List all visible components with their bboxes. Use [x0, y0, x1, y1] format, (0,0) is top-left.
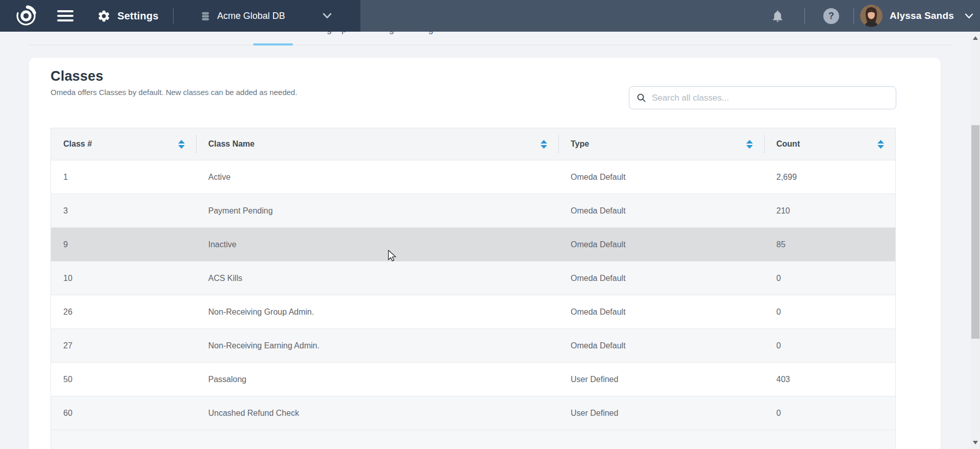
- cell-count: 0: [764, 308, 895, 317]
- database-selector[interactable]: Acme Global DB: [187, 11, 332, 21]
- column-label: Class Name: [208, 139, 255, 149]
- page-title: Classes: [51, 68, 941, 84]
- bell-icon[interactable]: [771, 9, 785, 23]
- cell-class-num: 10: [51, 274, 196, 283]
- classes-table: Class # Class Name Type: [51, 128, 896, 449]
- scroll-up-arrow[interactable]: [973, 36, 978, 40]
- cell-count: 210: [764, 206, 895, 216]
- cell-class-name: Payment Pending: [196, 206, 558, 216]
- nav-settings[interactable]: Settings: [97, 9, 159, 23]
- classes-card: Classes Omeda offers Classes by default.…: [29, 58, 941, 449]
- scrollbar-thumb[interactable]: [971, 125, 979, 339]
- column-label: Class #: [63, 139, 92, 149]
- cell-class-num: 9: [51, 240, 196, 249]
- cell-type: Omeda Default: [558, 274, 764, 283]
- column-label: Type: [571, 139, 589, 149]
- table-row[interactable]: 3Payment PendingOmeda Default210: [51, 194, 895, 227]
- cell-class-num: 3: [51, 206, 196, 216]
- tab-bar: g p g g: [0, 32, 980, 45]
- cell-class-num: 50: [51, 375, 196, 384]
- cell-class-name: Uncashed Refund Check: [196, 409, 558, 418]
- sort-arrows-icon[interactable]: [746, 140, 753, 149]
- table-row[interactable]: 10ACS KillsOmeda Default0: [51, 261, 895, 295]
- header-divider: [804, 8, 805, 24]
- table-row[interactable]: 27Non-Receiving Earning Admin.Omeda Defa…: [51, 328, 895, 362]
- table-row[interactable]: 9InactiveOmeda Default85: [51, 227, 895, 261]
- hamburger-menu-icon[interactable]: [57, 10, 74, 21]
- scroll-down-arrow[interactable]: [973, 441, 978, 444]
- sort-arrows-icon[interactable]: [877, 140, 884, 149]
- tab-bar-border: [28, 45, 952, 45]
- search-input[interactable]: [652, 93, 896, 103]
- table-row-partial[interactable]: [51, 430, 895, 449]
- cell-type: Omeda Default: [558, 308, 764, 317]
- database-name: Acme Global DB: [217, 11, 285, 21]
- column-header-type[interactable]: Type: [558, 128, 764, 160]
- cell-type: User Defined: [558, 375, 764, 384]
- column-label: Count: [776, 139, 800, 149]
- search-icon: [636, 93, 646, 103]
- vertical-scrollbar[interactable]: [971, 32, 980, 449]
- cell-type: Omeda Default: [558, 206, 764, 216]
- user-name: Alyssa Sands: [890, 10, 954, 21]
- cell-count: 0: [764, 341, 895, 350]
- cell-class-num: 26: [51, 308, 196, 317]
- header-primary-section: Settings Acme Global DB: [0, 0, 360, 32]
- header-divider: [173, 8, 174, 24]
- cell-count: 403: [764, 375, 895, 384]
- sort-arrows-icon[interactable]: [541, 140, 547, 149]
- gear-icon: [97, 9, 111, 23]
- chevron-down-icon: [322, 12, 332, 19]
- cell-class-name: Passalong: [196, 375, 558, 384]
- table-body: 1ActiveOmeda Default2,6993Payment Pendin…: [51, 160, 895, 430]
- cell-type: Omeda Default: [558, 240, 764, 249]
- cell-class-num: 27: [51, 341, 196, 350]
- column-header-class-num[interactable]: Class #: [51, 128, 196, 160]
- cell-class-num: 60: [51, 409, 196, 418]
- omeda-logo[interactable]: [14, 4, 38, 28]
- cell-class-num: 1: [51, 173, 196, 182]
- user-avatar[interactable]: [860, 5, 883, 27]
- cell-count: 85: [764, 240, 895, 249]
- cell-type: Omeda Default: [558, 341, 764, 350]
- header-divider: [853, 8, 854, 24]
- table-row[interactable]: 50PassalongUser Defined403: [51, 362, 895, 396]
- cell-class-name: ACS Kills: [196, 274, 558, 283]
- cell-class-name: Non-Receiving Earning Admin.: [196, 341, 558, 350]
- search-box: [629, 86, 896, 109]
- cell-count: 2,699: [764, 173, 895, 182]
- column-header-count[interactable]: Count: [764, 128, 895, 160]
- cell-type: User Defined: [558, 409, 764, 418]
- app-header: Settings Acme Global DB: [0, 0, 980, 32]
- table-row[interactable]: 26Non-Receiving Group Admin.Omeda Defaul…: [51, 295, 895, 328]
- cell-count: 0: [764, 409, 895, 418]
- cell-count: 0: [764, 274, 895, 283]
- cell-class-name: Non-Receiving Group Admin.: [196, 308, 558, 317]
- settings-label: Settings: [117, 10, 159, 22]
- cell-type: Omeda Default: [558, 173, 764, 182]
- cell-class-name: Active: [196, 173, 558, 182]
- cell-class-name: Inactive: [196, 240, 558, 249]
- header-actions: ? Alyssa Sands: [771, 0, 980, 32]
- sort-arrows-icon[interactable]: [178, 140, 185, 149]
- database-icon: [200, 11, 211, 21]
- active-tab-indicator: [253, 43, 293, 45]
- table-row[interactable]: 60Uncashed Refund CheckUser Defined0: [51, 396, 895, 430]
- table-row[interactable]: 1ActiveOmeda Default2,699: [51, 160, 895, 194]
- chevron-down-icon[interactable]: [964, 13, 974, 19]
- help-icon[interactable]: ?: [823, 8, 839, 24]
- table-header-row: Class # Class Name Type: [51, 128, 895, 160]
- column-header-class-name[interactable]: Class Name: [196, 128, 558, 160]
